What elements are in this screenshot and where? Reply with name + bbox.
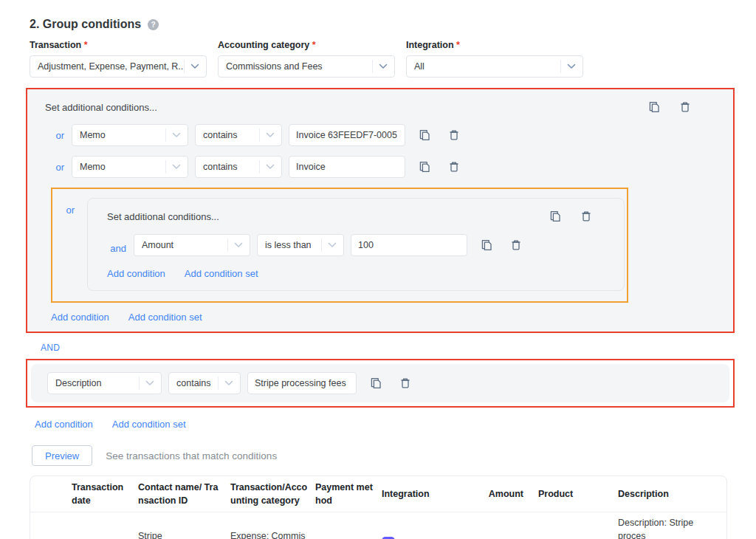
required-mark: * — [312, 40, 316, 50]
copy-icon[interactable] — [480, 238, 493, 252]
accounting-category-filter: Accounting category * Commissions and Fe… — [218, 40, 395, 78]
add-condition-set-link[interactable]: Add condition set — [128, 312, 202, 323]
transaction-select[interactable]: Adjustment, Expense, Payment, R... — [30, 55, 207, 78]
connector-label: and — [107, 236, 126, 254]
group-placeholder: Set additional conditions... — [107, 211, 219, 222]
copy-icon[interactable] — [549, 210, 562, 223]
delete-icon[interactable] — [580, 210, 593, 223]
preview-table: Transactiondate Contact name/ Transactio… — [30, 476, 727, 539]
page-title: 2. Group conditions — [30, 18, 141, 31]
chevron-down-icon — [184, 60, 206, 73]
group-conditions-section: 2. Group conditions ? Transaction * Adju… — [0, 0, 756, 539]
group-connector-label: AND — [41, 343, 735, 353]
condition-row: or Memo contains — [45, 156, 721, 178]
chevron-down-icon — [139, 377, 161, 390]
field-select[interactable]: Description — [47, 372, 162, 394]
chevron-down-icon — [165, 160, 188, 174]
delete-icon[interactable] — [399, 377, 412, 390]
chevron-down-icon — [259, 128, 281, 142]
field-select[interactable]: Amount — [134, 234, 250, 256]
accounting-category-label: Accounting category — [218, 40, 309, 50]
condition-row: and Amount is less than — [107, 234, 624, 256]
copy-icon[interactable] — [418, 128, 431, 142]
table-row: Oct 2, 2024 Stripech_3Q5RAPAjZDe... Expe… — [30, 512, 726, 539]
delete-icon[interactable] — [447, 160, 461, 174]
chevron-down-icon — [165, 128, 188, 142]
integration-filter: Integration * All — [406, 40, 583, 78]
condition-value-input[interactable] — [247, 372, 357, 394]
stripe-icon: S — [382, 537, 395, 539]
help-icon[interactable]: ? — [148, 19, 159, 30]
preview-hint: See transactions that match conditions — [106, 450, 277, 461]
header-transaction-date: Transactiondate — [72, 481, 138, 507]
chevron-down-icon — [321, 238, 343, 252]
delete-icon[interactable] — [678, 100, 692, 114]
field-select[interactable]: Memo — [72, 124, 188, 146]
cell-description: Description: Stripe processing fees; Mem… — [611, 516, 726, 539]
chevron-down-icon — [227, 238, 250, 252]
add-condition-link[interactable]: Add condition — [35, 419, 93, 430]
top-filters: Transaction * Adjustment, Expense, Payme… — [30, 40, 735, 78]
header-amount: Amount — [464, 489, 529, 499]
cell-category: Expense: Commissions and fees — [230, 529, 315, 539]
preview-button[interactable]: Preview — [32, 445, 92, 466]
add-condition-set-link[interactable]: Add condition set — [112, 419, 186, 430]
field-select[interactable]: Memo — [72, 156, 188, 178]
condition-group-2: Description contains — [26, 359, 735, 408]
section-title-row: 2. Group conditions ? — [30, 18, 735, 31]
condition-group-1: Set additional conditions... or Memo con… — [26, 88, 735, 333]
header-integration: Integration — [382, 489, 464, 499]
copy-icon[interactable] — [647, 100, 661, 114]
condition-row: Description contains — [47, 372, 719, 394]
header-contact: Contact name/ Transaction ID — [138, 481, 230, 507]
header-payment-method: Payment method — [315, 481, 382, 507]
group-placeholder: Set additional conditions... — [45, 102, 157, 113]
integration-label: Integration — [406, 40, 454, 50]
condition-value-input[interactable] — [289, 124, 405, 146]
copy-icon[interactable] — [418, 160, 431, 174]
header-category: Transaction/Accounting category — [230, 481, 315, 507]
table-header-row: Transactiondate Contact name/ Transactio… — [30, 476, 726, 512]
cell-integration: S Second ... — [382, 537, 464, 539]
chevron-down-icon — [218, 377, 240, 390]
chevron-down-icon — [560, 60, 583, 73]
add-condition-link[interactable]: Add condition — [107, 268, 165, 279]
delete-icon[interactable] — [509, 238, 523, 252]
header-description: Description — [611, 489, 726, 499]
header-product: Product — [529, 489, 611, 499]
operator-select[interactable]: is less than — [257, 234, 344, 256]
copy-icon[interactable] — [369, 377, 382, 390]
nested-condition-card: Set additional conditions... and Amount … — [87, 198, 625, 291]
add-condition-set-link[interactable]: Add condition set — [185, 268, 258, 279]
transaction-label: Transaction — [30, 40, 81, 50]
condition-value-input[interactable] — [289, 156, 405, 178]
connector-label: or — [45, 130, 64, 141]
accounting-category-select[interactable]: Commissions and Fees — [218, 55, 395, 78]
nested-condition-set: or Set additional conditions... and Amou… — [51, 188, 628, 303]
connector-label: or — [55, 198, 75, 216]
operator-select[interactable]: contains — [195, 156, 282, 178]
connector-label: or — [45, 162, 64, 173]
chevron-down-icon — [372, 60, 394, 73]
integration-select[interactable]: All — [406, 55, 583, 78]
condition-value-input[interactable] — [351, 234, 467, 256]
operator-select[interactable]: contains — [168, 372, 241, 394]
chevron-down-icon — [259, 160, 281, 174]
transaction-filter: Transaction * Adjustment, Expense, Payme… — [30, 40, 207, 78]
required-mark: * — [84, 40, 88, 50]
operator-select[interactable]: contains — [195, 124, 282, 146]
condition-row: or Memo contains — [45, 124, 721, 146]
delete-icon[interactable] — [447, 128, 461, 142]
cell-contact: Stripech_3Q5RAPAjZDe... — [138, 529, 230, 539]
add-condition-link[interactable]: Add condition — [51, 312, 109, 323]
required-mark: * — [456, 40, 460, 50]
